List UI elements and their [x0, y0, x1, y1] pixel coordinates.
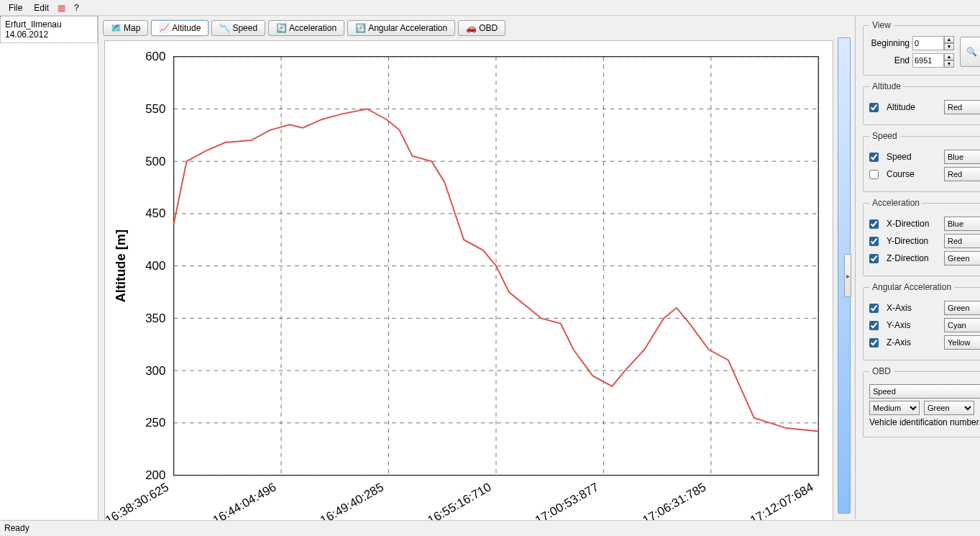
gauge-icon: 🔄 — [276, 23, 286, 33]
vin-label: Vehicle identification number: — [869, 417, 980, 427]
car-icon: 🚗 — [466, 23, 476, 33]
svg-text:250: 250 — [145, 416, 165, 430]
angular-check-0[interactable] — [869, 304, 879, 313]
speed-check-0[interactable] — [869, 153, 879, 162]
menu-file[interactable]: File — [3, 1, 28, 14]
speed-color-1[interactable]: Red — [944, 167, 980, 181]
angular-color-2[interactable]: Yellow — [944, 335, 980, 350]
accel-color-2[interactable]: Green — [944, 251, 980, 265]
project-tree: Erfurt_Ilmenau 14.06.2012 — [0, 16, 99, 519]
beginning-input[interactable] — [912, 36, 944, 50]
end-input[interactable] — [912, 53, 944, 68]
svg-text:Altitude [m]: Altitude [m] — [113, 230, 128, 302]
group-altitude: Altitude AltitudeRedThin — [863, 81, 980, 125]
group-speed: Speed SpeedBlueThinCourseRedMedium — [863, 131, 980, 192]
svg-text:550: 550 — [145, 102, 165, 116]
obd-channel-select[interactable]: Speed — [869, 384, 980, 399]
reset-zoom-button[interactable]: 🔍Reset zoom — [960, 37, 980, 67]
tab-obd[interactable]: 🚗OBD — [458, 20, 505, 36]
angular-label-2: Z-Axis — [887, 337, 940, 348]
accel-label-0: X-Direction — [887, 219, 940, 229]
group-angular: Angular Acceleration X-AxisGreenMediumY-… — [863, 282, 980, 360]
status-bar: Ready — [0, 520, 980, 536]
speed-color-0[interactable]: Blue — [944, 150, 980, 164]
map-icon: 🗺️ — [111, 23, 121, 33]
group-acceleration: Acceleration X-DirectionBlueThinY-Direct… — [863, 198, 980, 276]
accel-check-1[interactable] — [869, 237, 879, 246]
tabs: 🗺️Map 📈Altitude 📉Speed 🔄Acceleration 🔃An… — [99, 16, 855, 40]
altitude-check-0[interactable] — [869, 103, 879, 112]
menu-edit[interactable]: Edit — [28, 1, 55, 14]
center-pane: 🗺️Map 📈Altitude 📉Speed 🔄Acceleration 🔃An… — [99, 16, 856, 519]
rotate-icon: 🔃 — [355, 23, 365, 33]
tab-angular-acceleration[interactable]: 🔃Angular Acceleration — [347, 20, 455, 36]
obd-color-select[interactable]: Green — [924, 401, 974, 415]
group-view-title: View — [869, 20, 894, 30]
accel-color-0[interactable]: Blue — [944, 217, 980, 231]
speed-label-1: Course — [887, 169, 940, 179]
accel-check-0[interactable] — [869, 219, 879, 229]
speed-icon: 📉 — [219, 23, 229, 33]
vertical-scrollbar[interactable]: ▸ — [838, 37, 851, 514]
angular-check-1[interactable] — [869, 321, 879, 330]
altitude-chart: 20025030035040045050055060016:38:30:6251… — [105, 41, 833, 536]
svg-text:500: 500 — [145, 155, 165, 168]
label-beginning: Beginning — [869, 38, 910, 48]
chart-line-icon: 📈 — [159, 23, 169, 33]
tab-acceleration[interactable]: 🔄Acceleration — [268, 20, 344, 36]
zoom-icon: 🔍 — [966, 47, 977, 57]
end-down[interactable]: ▼ — [944, 60, 954, 68]
altitude-label-0: Altitude — [887, 102, 940, 112]
angular-check-2[interactable] — [869, 338, 879, 348]
menu-bar: File Edit ▦ ? — [0, 0, 980, 16]
angular-color-0[interactable]: Green — [944, 301, 980, 315]
chart-frame: 20025030035040045050055060016:38:30:6251… — [104, 40, 833, 536]
angular-label-0: X-Axis — [887, 303, 940, 313]
obd-style-select[interactable]: Medium — [869, 401, 920, 415]
accel-color-1[interactable]: Red — [944, 234, 980, 248]
speed-label-0: Speed — [887, 152, 940, 162]
accel-label-2: Z-Direction — [887, 253, 940, 263]
accel-check-2[interactable] — [869, 254, 879, 263]
angular-label-1: Y-Axis — [887, 320, 940, 330]
menu-help[interactable]: ? — [68, 1, 85, 14]
label-end: End — [869, 55, 910, 65]
group-view: View Beginning ▲▼ End ▲▼ — [863, 20, 980, 76]
beginning-up[interactable]: ▲ — [944, 36, 954, 43]
svg-text:300: 300 — [145, 364, 165, 378]
group-obd: OBD Speed Medium Green Vehicle identific… — [863, 366, 980, 437]
altitude-color-0[interactable]: Red — [944, 100, 980, 114]
angular-color-1[interactable]: Cyan — [944, 318, 980, 332]
svg-text:350: 350 — [145, 312, 165, 325]
tab-map[interactable]: 🗺️Map — [103, 20, 148, 36]
panel-collapse-handle[interactable]: ▸ — [844, 254, 851, 297]
tab-speed[interactable]: 📉Speed — [211, 20, 265, 36]
svg-text:450: 450 — [145, 207, 165, 221]
svg-text:600: 600 — [145, 50, 165, 63]
accel-label-1: Y-Direction — [887, 236, 940, 246]
end-up[interactable]: ▲ — [944, 53, 954, 60]
settings-panel: View Beginning ▲▼ End ▲▼ — [856, 16, 980, 519]
tab-altitude[interactable]: 📈Altitude — [151, 20, 209, 36]
toolbar-icon[interactable]: ▦ — [55, 1, 68, 14]
tree-item[interactable]: Erfurt_Ilmenau 14.06.2012 — [0, 16, 98, 43]
speed-check-1[interactable] — [869, 170, 879, 179]
beginning-down[interactable]: ▼ — [944, 43, 954, 50]
svg-text:400: 400 — [145, 259, 165, 273]
